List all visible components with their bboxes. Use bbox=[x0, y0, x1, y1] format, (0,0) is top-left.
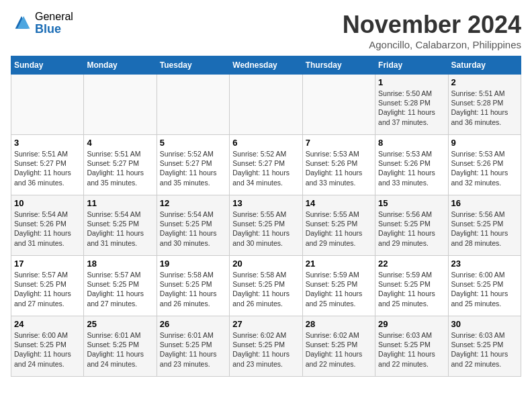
day-number: 14 bbox=[306, 198, 372, 208]
logo: General Blue bbox=[11, 11, 73, 36]
calendar-cell bbox=[84, 75, 157, 135]
calendar-cell: 28Sunrise: 6:02 AM Sunset: 5:25 PM Dayli… bbox=[302, 316, 375, 377]
day-number: 21 bbox=[306, 259, 372, 269]
day-info: Sunrise: 6:03 AM Sunset: 5:25 PM Dayligh… bbox=[451, 330, 518, 369]
day-number: 16 bbox=[451, 198, 518, 208]
calendar-cell: 4Sunrise: 5:51 AM Sunset: 5:27 PM Daylig… bbox=[84, 135, 157, 195]
day-info: Sunrise: 5:53 AM Sunset: 5:26 PM Dayligh… bbox=[306, 149, 372, 187]
day-info: Sunrise: 5:59 AM Sunset: 5:25 PM Dayligh… bbox=[306, 270, 372, 308]
calendar-cell: 22Sunrise: 5:59 AM Sunset: 5:25 PM Dayli… bbox=[375, 256, 448, 316]
day-number: 15 bbox=[378, 198, 445, 208]
calendar-cell: 8Sunrise: 5:53 AM Sunset: 5:26 PM Daylig… bbox=[375, 135, 448, 195]
header-cell-wednesday: Wednesday bbox=[230, 56, 302, 75]
calendar-cell bbox=[302, 75, 375, 135]
header-cell-friday: Friday bbox=[375, 56, 448, 75]
calendar-cell: 25Sunrise: 6:01 AM Sunset: 5:25 PM Dayli… bbox=[84, 316, 157, 377]
day-number: 25 bbox=[87, 319, 153, 329]
calendar-body: 1Sunrise: 5:50 AM Sunset: 5:28 PM Daylig… bbox=[11, 75, 521, 377]
location: Agoncillo, Calabarzon, Philippines bbox=[343, 39, 521, 50]
logo-icon bbox=[11, 14, 32, 33]
calendar-header: SundayMondayTuesdayWednesdayThursdayFrid… bbox=[11, 56, 521, 75]
week-row-2: 3Sunrise: 5:51 AM Sunset: 5:27 PM Daylig… bbox=[11, 135, 521, 195]
day-info: Sunrise: 5:51 AM Sunset: 5:28 PM Dayligh… bbox=[451, 89, 518, 127]
month-title: November 2024 bbox=[343, 11, 521, 39]
day-number: 2 bbox=[451, 77, 518, 87]
week-row-5: 24Sunrise: 6:00 AM Sunset: 5:25 PM Dayli… bbox=[11, 316, 521, 377]
day-info: Sunrise: 6:02 AM Sunset: 5:25 PM Dayligh… bbox=[306, 330, 372, 369]
calendar-cell: 2Sunrise: 5:51 AM Sunset: 5:28 PM Daylig… bbox=[448, 75, 521, 135]
day-info: Sunrise: 5:58 AM Sunset: 5:25 PM Dayligh… bbox=[232, 270, 299, 308]
day-number: 11 bbox=[87, 198, 153, 208]
calendar-cell: 12Sunrise: 5:54 AM Sunset: 5:25 PM Dayli… bbox=[157, 195, 229, 256]
day-info: Sunrise: 5:59 AM Sunset: 5:25 PM Dayligh… bbox=[378, 270, 445, 308]
day-info: Sunrise: 5:51 AM Sunset: 5:27 PM Dayligh… bbox=[14, 149, 81, 187]
calendar-cell: 21Sunrise: 5:59 AM Sunset: 5:25 PM Dayli… bbox=[302, 256, 375, 316]
week-row-3: 10Sunrise: 5:54 AM Sunset: 5:26 PM Dayli… bbox=[11, 195, 521, 256]
calendar-cell: 26Sunrise: 6:01 AM Sunset: 5:25 PM Dayli… bbox=[157, 316, 229, 377]
day-number: 29 bbox=[378, 319, 445, 329]
day-number: 22 bbox=[378, 259, 445, 269]
day-number: 27 bbox=[232, 319, 299, 329]
header-cell-tuesday: Tuesday bbox=[157, 56, 229, 75]
day-number: 12 bbox=[160, 198, 226, 208]
calendar-cell bbox=[157, 75, 229, 135]
day-info: Sunrise: 5:55 AM Sunset: 5:25 PM Dayligh… bbox=[232, 210, 299, 248]
day-info: Sunrise: 5:58 AM Sunset: 5:25 PM Dayligh… bbox=[160, 270, 226, 308]
day-number: 24 bbox=[14, 319, 81, 329]
day-info: Sunrise: 6:00 AM Sunset: 5:25 PM Dayligh… bbox=[14, 330, 81, 369]
day-number: 17 bbox=[14, 259, 81, 269]
day-info: Sunrise: 5:51 AM Sunset: 5:27 PM Dayligh… bbox=[87, 149, 153, 187]
header-cell-monday: Monday bbox=[84, 56, 157, 75]
day-info: Sunrise: 6:03 AM Sunset: 5:25 PM Dayligh… bbox=[378, 330, 445, 369]
day-number: 3 bbox=[14, 138, 81, 148]
calendar-cell: 23Sunrise: 6:00 AM Sunset: 5:25 PM Dayli… bbox=[448, 256, 521, 316]
page-header: General Blue November 2024 Agoncillo, Ca… bbox=[11, 11, 521, 50]
day-info: Sunrise: 6:01 AM Sunset: 5:25 PM Dayligh… bbox=[87, 330, 153, 369]
day-info: Sunrise: 5:57 AM Sunset: 5:25 PM Dayligh… bbox=[87, 270, 153, 308]
calendar-cell: 6Sunrise: 5:52 AM Sunset: 5:27 PM Daylig… bbox=[230, 135, 302, 195]
header-cell-saturday: Saturday bbox=[448, 56, 521, 75]
calendar-cell: 15Sunrise: 5:56 AM Sunset: 5:25 PM Dayli… bbox=[375, 195, 448, 256]
day-number: 20 bbox=[232, 259, 299, 269]
day-number: 5 bbox=[160, 138, 226, 148]
calendar-cell: 18Sunrise: 5:57 AM Sunset: 5:25 PM Dayli… bbox=[84, 256, 157, 316]
day-number: 26 bbox=[160, 319, 226, 329]
logo-blue: Blue bbox=[35, 23, 73, 36]
calendar-cell: 3Sunrise: 5:51 AM Sunset: 5:27 PM Daylig… bbox=[11, 135, 84, 195]
day-number: 9 bbox=[451, 138, 518, 148]
day-info: Sunrise: 5:57 AM Sunset: 5:25 PM Dayligh… bbox=[14, 270, 81, 308]
day-info: Sunrise: 5:54 AM Sunset: 5:25 PM Dayligh… bbox=[160, 210, 226, 248]
header-cell-sunday: Sunday bbox=[11, 56, 84, 75]
day-info: Sunrise: 5:50 AM Sunset: 5:28 PM Dayligh… bbox=[378, 89, 445, 127]
calendar-table: SundayMondayTuesdayWednesdayThursdayFrid… bbox=[11, 56, 521, 377]
calendar-cell: 30Sunrise: 6:03 AM Sunset: 5:25 PM Dayli… bbox=[448, 316, 521, 377]
calendar-cell: 9Sunrise: 5:53 AM Sunset: 5:26 PM Daylig… bbox=[448, 135, 521, 195]
day-info: Sunrise: 5:54 AM Sunset: 5:26 PM Dayligh… bbox=[14, 210, 81, 248]
day-info: Sunrise: 6:01 AM Sunset: 5:25 PM Dayligh… bbox=[160, 330, 226, 369]
day-number: 7 bbox=[306, 138, 372, 148]
day-info: Sunrise: 5:55 AM Sunset: 5:25 PM Dayligh… bbox=[306, 210, 372, 248]
calendar-cell: 17Sunrise: 5:57 AM Sunset: 5:25 PM Dayli… bbox=[11, 256, 84, 316]
logo-general: General bbox=[35, 11, 73, 23]
day-number: 4 bbox=[87, 138, 153, 148]
day-info: Sunrise: 6:02 AM Sunset: 5:25 PM Dayligh… bbox=[232, 330, 299, 369]
day-info: Sunrise: 5:54 AM Sunset: 5:25 PM Dayligh… bbox=[87, 210, 153, 248]
logo-text: General Blue bbox=[35, 11, 73, 36]
calendar-cell: 14Sunrise: 5:55 AM Sunset: 5:25 PM Dayli… bbox=[302, 195, 375, 256]
calendar-cell: 7Sunrise: 5:53 AM Sunset: 5:26 PM Daylig… bbox=[302, 135, 375, 195]
day-number: 8 bbox=[378, 138, 445, 148]
calendar-cell: 20Sunrise: 5:58 AM Sunset: 5:25 PM Dayli… bbox=[230, 256, 302, 316]
day-info: Sunrise: 5:53 AM Sunset: 5:26 PM Dayligh… bbox=[378, 149, 445, 187]
calendar-cell bbox=[230, 75, 302, 135]
day-number: 1 bbox=[378, 77, 445, 87]
calendar-cell: 13Sunrise: 5:55 AM Sunset: 5:25 PM Dayli… bbox=[230, 195, 302, 256]
header-cell-thursday: Thursday bbox=[302, 56, 375, 75]
day-info: Sunrise: 5:52 AM Sunset: 5:27 PM Dayligh… bbox=[232, 149, 299, 187]
week-row-1: 1Sunrise: 5:50 AM Sunset: 5:28 PM Daylig… bbox=[11, 75, 521, 135]
calendar-cell: 16Sunrise: 5:56 AM Sunset: 5:25 PM Dayli… bbox=[448, 195, 521, 256]
calendar-cell: 19Sunrise: 5:58 AM Sunset: 5:25 PM Dayli… bbox=[157, 256, 229, 316]
day-info: Sunrise: 5:52 AM Sunset: 5:27 PM Dayligh… bbox=[160, 149, 226, 187]
day-info: Sunrise: 5:56 AM Sunset: 5:25 PM Dayligh… bbox=[451, 210, 518, 248]
title-block: November 2024 Agoncillo, Calabarzon, Phi… bbox=[343, 11, 521, 50]
day-info: Sunrise: 6:00 AM Sunset: 5:25 PM Dayligh… bbox=[451, 270, 518, 308]
